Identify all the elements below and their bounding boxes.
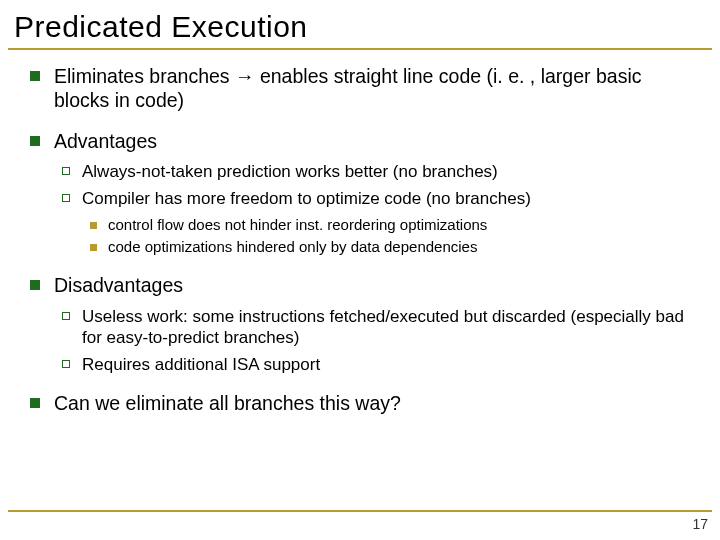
bullet-disadvantages: Disadvantages Useless work: some instruc… (24, 273, 720, 375)
bullet-dis-useless: Useless work: some instructions fetched/… (54, 306, 700, 349)
bullet-text: code optimizations hindered only by data… (108, 238, 477, 255)
bullet-advantages: Advantages Always-not-taken prediction w… (24, 129, 720, 257)
bullet-text: control flow does not hinder inst. reord… (108, 216, 487, 233)
bullet-adv-controlflow: control flow does not hinder inst. reord… (82, 216, 700, 235)
bullet-adv-datadep: code optimizations hindered only by data… (82, 238, 700, 257)
bullet-list-lvl2: Useless work: some instructions fetched/… (54, 306, 700, 376)
bullet-text: Useless work: some instructions fetched/… (82, 307, 684, 347)
bullet-list-lvl1: Eliminates branches → enables straight l… (24, 64, 720, 416)
bullet-question: Can we eliminate all branches this way? (24, 391, 720, 415)
page-number: 17 (692, 516, 708, 532)
slide: Predicated Execution Eliminates branches… (0, 0, 720, 540)
footer-rule (8, 510, 712, 512)
bullet-eliminates: Eliminates branches → enables straight l… (24, 64, 720, 113)
bullet-list-lvl3: control flow does not hinder inst. reord… (82, 216, 700, 258)
slide-body: Eliminates branches → enables straight l… (0, 60, 720, 416)
bullet-text: Always-not-taken prediction works better… (82, 162, 498, 181)
bullet-dis-isa: Requires additional ISA support (54, 354, 700, 375)
bullet-adv-prediction: Always-not-taken prediction works better… (54, 161, 700, 182)
title-underline (8, 48, 712, 50)
bullet-text: Compiler has more freedom to optimize co… (82, 189, 531, 208)
bullet-adv-compiler: Compiler has more freedom to optimize co… (54, 188, 700, 257)
bullet-text: Advantages (54, 130, 157, 152)
arrow-icon: → (235, 65, 255, 87)
bullet-text: Eliminates branches (54, 65, 235, 87)
bullet-text: Disadvantages (54, 274, 183, 296)
bullet-list-lvl2: Always-not-taken prediction works better… (54, 161, 700, 257)
bullet-text: Requires additional ISA support (82, 355, 320, 374)
bullet-text: Can we eliminate all branches this way? (54, 392, 401, 414)
slide-title: Predicated Execution (0, 0, 720, 48)
